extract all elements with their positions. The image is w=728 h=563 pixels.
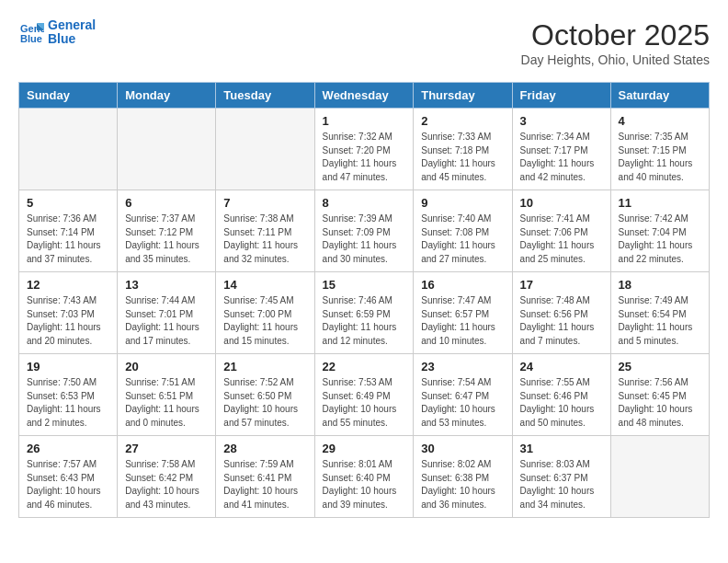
day-number: 17 xyxy=(520,278,603,292)
day-number: 24 xyxy=(520,360,603,373)
day-number: 7 xyxy=(223,196,306,210)
calendar-cell: 7Sunrise: 7:38 AM Sunset: 7:11 PM Daylig… xyxy=(216,190,314,272)
calendar-cell: 5Sunrise: 7:36 AM Sunset: 7:14 PM Daylig… xyxy=(19,190,118,272)
day-header-sunday: Sunday xyxy=(19,83,118,109)
month-title: October 2025 xyxy=(521,18,710,52)
calendar-cell xyxy=(118,109,216,190)
day-detail: Sunrise: 7:53 AM Sunset: 6:49 PM Dayligh… xyxy=(323,376,406,430)
calendar-cell: 6Sunrise: 7:37 AM Sunset: 7:12 PM Daylig… xyxy=(118,190,216,272)
calendar-cell: 2Sunrise: 7:33 AM Sunset: 7:18 PM Daylig… xyxy=(414,109,512,190)
calendar-cell: 31Sunrise: 8:03 AM Sunset: 6:37 PM Dayli… xyxy=(512,436,610,518)
day-header-thursday: Thursday xyxy=(414,83,512,109)
day-number: 12 xyxy=(27,278,109,292)
calendar-table: SundayMondayTuesdayWednesdayThursdayFrid… xyxy=(18,82,710,518)
day-number: 26 xyxy=(27,442,109,455)
calendar-cell: 19Sunrise: 7:50 AM Sunset: 6:53 PM Dayli… xyxy=(19,354,118,436)
calendar-cell: 15Sunrise: 7:46 AM Sunset: 6:59 PM Dayli… xyxy=(314,272,414,354)
day-detail: Sunrise: 7:47 AM Sunset: 6:57 PM Dayligh… xyxy=(421,294,504,348)
calendar-cell: 9Sunrise: 7:40 AM Sunset: 7:08 PM Daylig… xyxy=(414,190,512,272)
calendar-cell: 29Sunrise: 8:01 AM Sunset: 6:40 PM Dayli… xyxy=(314,436,414,518)
day-detail: Sunrise: 7:40 AM Sunset: 7:08 PM Dayligh… xyxy=(421,213,504,266)
day-header-saturday: Saturday xyxy=(610,83,709,109)
day-number: 4 xyxy=(619,114,701,128)
calendar-cell: 4Sunrise: 7:35 AM Sunset: 7:15 PM Daylig… xyxy=(610,109,709,190)
day-detail: Sunrise: 7:41 AM Sunset: 7:06 PM Dayligh… xyxy=(520,213,603,266)
day-number: 14 xyxy=(223,278,306,292)
day-detail: Sunrise: 7:59 AM Sunset: 6:41 PM Dayligh… xyxy=(223,458,306,511)
day-detail: Sunrise: 7:36 AM Sunset: 7:14 PM Dayligh… xyxy=(27,213,109,266)
logo-icon: General Blue xyxy=(18,19,44,45)
calendar-cell: 23Sunrise: 7:54 AM Sunset: 6:47 PM Dayli… xyxy=(414,354,512,436)
day-number: 9 xyxy=(421,196,504,210)
calendar-cell: 30Sunrise: 8:02 AM Sunset: 6:38 PM Dayli… xyxy=(414,436,512,518)
calendar-week-row: 12Sunrise: 7:43 AM Sunset: 7:03 PM Dayli… xyxy=(19,272,710,354)
day-detail: Sunrise: 7:58 AM Sunset: 6:42 PM Dayligh… xyxy=(125,458,208,511)
day-number: 8 xyxy=(323,196,406,210)
day-detail: Sunrise: 7:34 AM Sunset: 7:17 PM Dayligh… xyxy=(520,131,603,184)
day-number: 23 xyxy=(421,360,504,373)
day-number: 21 xyxy=(223,360,306,373)
day-detail: Sunrise: 7:56 AM Sunset: 6:45 PM Dayligh… xyxy=(619,376,701,430)
day-header-monday: Monday xyxy=(118,83,216,109)
calendar-cell xyxy=(610,436,709,518)
day-detail: Sunrise: 8:01 AM Sunset: 6:40 PM Dayligh… xyxy=(323,458,406,511)
day-number: 2 xyxy=(421,114,504,128)
calendar-cell: 26Sunrise: 7:57 AM Sunset: 6:43 PM Dayli… xyxy=(19,436,118,518)
calendar-cell xyxy=(216,109,314,190)
day-detail: Sunrise: 7:57 AM Sunset: 6:43 PM Dayligh… xyxy=(27,458,109,511)
day-number: 1 xyxy=(323,114,406,128)
logo-text: GeneralBlue xyxy=(48,18,96,47)
calendar-cell: 24Sunrise: 7:55 AM Sunset: 6:46 PM Dayli… xyxy=(512,354,610,436)
day-number: 5 xyxy=(27,196,109,210)
day-number: 19 xyxy=(27,360,109,373)
day-number: 22 xyxy=(323,360,406,373)
calendar-cell: 25Sunrise: 7:56 AM Sunset: 6:45 PM Dayli… xyxy=(610,354,709,436)
calendar-cell: 21Sunrise: 7:52 AM Sunset: 6:50 PM Dayli… xyxy=(216,354,314,436)
calendar-week-row: 19Sunrise: 7:50 AM Sunset: 6:53 PM Dayli… xyxy=(19,354,710,436)
day-number: 13 xyxy=(125,278,208,292)
day-detail: Sunrise: 7:39 AM Sunset: 7:09 PM Dayligh… xyxy=(323,213,406,266)
day-detail: Sunrise: 7:49 AM Sunset: 6:54 PM Dayligh… xyxy=(619,294,701,348)
day-detail: Sunrise: 7:55 AM Sunset: 6:46 PM Dayligh… xyxy=(520,376,603,430)
day-detail: Sunrise: 7:46 AM Sunset: 6:59 PM Dayligh… xyxy=(323,294,406,348)
day-number: 16 xyxy=(421,278,504,292)
day-header-friday: Friday xyxy=(512,83,610,109)
calendar-cell: 12Sunrise: 7:43 AM Sunset: 7:03 PM Dayli… xyxy=(19,272,118,354)
day-number: 28 xyxy=(223,442,306,455)
day-header-tuesday: Tuesday xyxy=(216,83,314,109)
calendar-cell: 27Sunrise: 7:58 AM Sunset: 6:42 PM Dayli… xyxy=(118,436,216,518)
calendar-cell: 10Sunrise: 7:41 AM Sunset: 7:06 PM Dayli… xyxy=(512,190,610,272)
svg-text:Blue: Blue xyxy=(20,33,42,44)
day-number: 3 xyxy=(520,114,603,128)
day-number: 10 xyxy=(520,196,603,210)
day-number: 31 xyxy=(520,442,603,455)
day-detail: Sunrise: 7:52 AM Sunset: 6:50 PM Dayligh… xyxy=(223,376,306,430)
page-header: General Blue GeneralBlue October 2025 Da… xyxy=(18,18,710,67)
calendar-cell: 20Sunrise: 7:51 AM Sunset: 6:51 PM Dayli… xyxy=(118,354,216,436)
calendar-cell: 11Sunrise: 7:42 AM Sunset: 7:04 PM Dayli… xyxy=(610,190,709,272)
calendar-cell: 1Sunrise: 7:32 AM Sunset: 7:20 PM Daylig… xyxy=(314,109,414,190)
calendar-week-row: 26Sunrise: 7:57 AM Sunset: 6:43 PM Dayli… xyxy=(19,436,710,518)
calendar-cell: 17Sunrise: 7:48 AM Sunset: 6:56 PM Dayli… xyxy=(512,272,610,354)
day-detail: Sunrise: 7:48 AM Sunset: 6:56 PM Dayligh… xyxy=(520,294,603,348)
calendar-cell: 22Sunrise: 7:53 AM Sunset: 6:49 PM Dayli… xyxy=(314,354,414,436)
calendar-header-row: SundayMondayTuesdayWednesdayThursdayFrid… xyxy=(19,83,710,109)
day-detail: Sunrise: 7:44 AM Sunset: 7:01 PM Dayligh… xyxy=(125,294,208,348)
day-detail: Sunrise: 7:32 AM Sunset: 7:20 PM Dayligh… xyxy=(323,131,406,184)
day-number: 18 xyxy=(619,278,701,292)
calendar-week-row: 5Sunrise: 7:36 AM Sunset: 7:14 PM Daylig… xyxy=(19,190,710,272)
day-detail: Sunrise: 7:37 AM Sunset: 7:12 PM Dayligh… xyxy=(125,213,208,266)
day-number: 6 xyxy=(125,196,208,210)
day-number: 30 xyxy=(421,442,504,455)
day-detail: Sunrise: 7:33 AM Sunset: 7:18 PM Dayligh… xyxy=(421,131,504,184)
day-detail: Sunrise: 7:54 AM Sunset: 6:47 PM Dayligh… xyxy=(421,376,504,430)
day-number: 25 xyxy=(619,360,701,373)
day-number: 29 xyxy=(323,442,406,455)
day-number: 27 xyxy=(125,442,208,455)
title-block: October 2025 Day Heights, Ohio, United S… xyxy=(521,18,710,67)
location-subtitle: Day Heights, Ohio, United States xyxy=(521,52,710,67)
calendar-cell: 8Sunrise: 7:39 AM Sunset: 7:09 PM Daylig… xyxy=(314,190,414,272)
day-header-wednesday: Wednesday xyxy=(314,83,414,109)
day-detail: Sunrise: 7:43 AM Sunset: 7:03 PM Dayligh… xyxy=(27,294,109,348)
day-detail: Sunrise: 7:51 AM Sunset: 6:51 PM Dayligh… xyxy=(125,376,208,430)
